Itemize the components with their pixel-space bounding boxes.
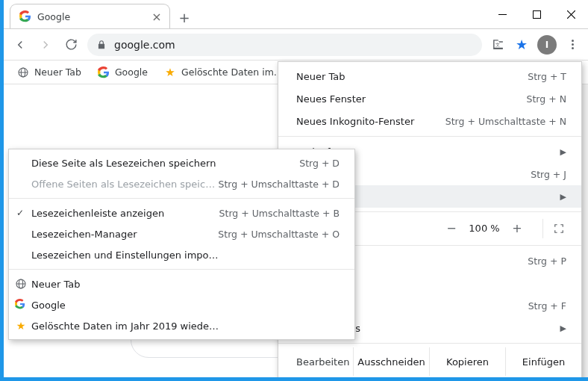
url-text: google.com: [114, 39, 175, 51]
submenu-bookmark-page[interactable]: Diese Seite als Lesezeichen speichern St…: [9, 152, 354, 173]
submenu-recent-item[interactable]: Neuer Tab: [9, 273, 354, 294]
translate-icon[interactable]: 文: [487, 34, 509, 56]
svg-rect-1: [533, 10, 540, 18]
profile-avatar[interactable]: I: [537, 35, 557, 55]
window-minimize-button[interactable]: [485, 0, 519, 28]
lock-icon: [96, 40, 107, 50]
window-maximize-button[interactable]: [519, 0, 554, 28]
zoom-value: 100 %: [465, 223, 504, 234]
kebab-icon: [572, 40, 574, 49]
check-icon: ✓: [15, 208, 25, 218]
url-toolbar: google.com 文 ★ I: [4, 29, 588, 61]
bookmarks-submenu: Diese Seite als Lesezeichen speichern St…: [8, 149, 355, 340]
edit-paste-button[interactable]: Einfügen: [505, 347, 581, 376]
menu-edit-row: Bearbeiten Ausschneiden Kopieren Einfüge…: [278, 347, 581, 376]
menu-new-tab[interactable]: Neuer Tab Strg + T: [278, 65, 581, 87]
menu-separator: [9, 198, 354, 199]
window-close-button[interactable]: [554, 0, 588, 28]
bookmark-item[interactable]: ★ Gelöschte Daten im…: [157, 64, 290, 81]
edit-label: Bearbeiten: [278, 347, 353, 376]
nav-back-button[interactable]: [8, 33, 32, 57]
submenu-show-bar[interactable]: ✓ Lesezeichenleiste anzeigen Strg + Umsc…: [9, 202, 354, 223]
bookmark-label: Gelöschte Daten im…: [181, 66, 283, 78]
submenu-bookmark-all: Offene Seiten als Lesezeichen speich… St…: [9, 173, 354, 194]
browser-window: Google × +: [0, 0, 588, 381]
new-tab-button[interactable]: +: [173, 6, 196, 28]
svg-text:文: 文: [495, 42, 499, 48]
star-icon: ★: [15, 320, 27, 332]
main-menu-button[interactable]: [561, 34, 584, 56]
menu-separator: [9, 269, 354, 270]
window-controls: [485, 0, 588, 28]
bookmark-label: Neuer Tab: [34, 66, 81, 78]
menu-new-window[interactable]: Neues Fenster Strg + N: [278, 87, 581, 110]
bookmark-item[interactable]: Neuer Tab: [10, 64, 89, 81]
avatar-initial: I: [545, 40, 548, 50]
nav-reload-button[interactable]: [59, 33, 83, 57]
bookmark-label: Google: [115, 66, 148, 78]
url-bar[interactable]: google.com: [87, 34, 482, 56]
fullscreen-button[interactable]: [542, 219, 574, 238]
globe-icon: [17, 66, 29, 78]
browser-tab[interactable]: Google ×: [10, 4, 170, 28]
chevron-right-icon: ▶: [560, 147, 566, 157]
google-icon: [98, 66, 110, 78]
submenu-import[interactable]: Lesezeichen und Einstellungen impo…: [9, 244, 354, 265]
tab-title: Google: [37, 11, 144, 22]
google-icon: [15, 299, 27, 311]
nav-forward-button[interactable]: [34, 33, 57, 57]
zoom-out-button[interactable]: −: [438, 221, 465, 235]
submenu-recent-item[interactable]: ★ Gelöschte Daten im Jahr 2019 wiede…: [9, 315, 354, 336]
submenu-bookmark-manager[interactable]: Lesezeichen-Manager Strg + Umschalttaste…: [9, 223, 354, 244]
edit-cut-button[interactable]: Ausschneiden: [353, 347, 429, 376]
globe-icon: [15, 278, 27, 290]
star-icon: ★: [164, 66, 176, 78]
tab-strip: Google × +: [4, 0, 196, 28]
window-titlebar: Google × +: [4, 0, 588, 29]
menu-separator: [278, 343, 581, 344]
bookmark-star-icon[interactable]: ★: [510, 34, 533, 56]
menu-separator: [278, 136, 581, 137]
tab-close-icon[interactable]: ×: [150, 10, 163, 24]
edit-copy-button[interactable]: Kopieren: [429, 347, 505, 376]
chevron-right-icon: ▶: [560, 192, 566, 202]
submenu-recent-item[interactable]: Google: [9, 294, 354, 315]
zoom-in-button[interactable]: +: [504, 221, 531, 235]
menu-new-incognito[interactable]: Neues Inkognito-Fenster Strg + Umschaltt…: [278, 110, 581, 132]
bookmark-item[interactable]: Google: [90, 64, 155, 81]
chevron-right-icon: ▶: [560, 323, 566, 333]
google-favicon: [19, 10, 31, 22]
menu-separator: [278, 380, 581, 380]
